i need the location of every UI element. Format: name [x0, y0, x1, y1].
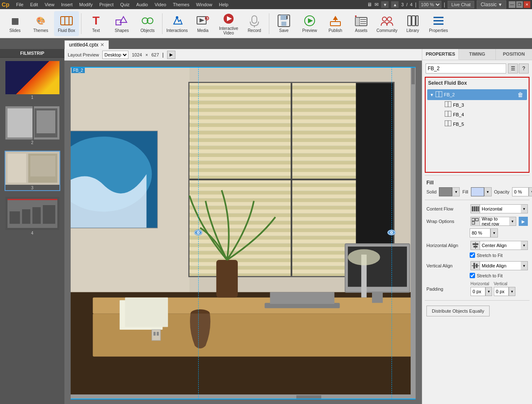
eye-icon-left[interactable]: [194, 230, 202, 235]
scroll-thumb-h[interactable]: [296, 395, 321, 399]
file-tab-active[interactable]: untitled4.cptx ✕: [64, 40, 109, 49]
toolbar-preview[interactable]: Preview: [297, 11, 322, 36]
fill-color-btn[interactable]: [471, 187, 484, 196]
filmstrip-slide-1[interactable]: 1: [5, 61, 59, 100]
layout-select[interactable]: Desktop: [102, 51, 128, 59]
menu-modify[interactable]: Modify: [76, 1, 96, 8]
menu-edit[interactable]: Edit: [27, 1, 41, 8]
fluid-box-fb5[interactable]: FB_5: [427, 119, 527, 129]
toolbar-properties[interactable]: Properties: [426, 11, 451, 36]
library-icon: [406, 14, 419, 27]
horizontal-stretch-check[interactable]: [470, 252, 475, 258]
filmstrip-slide-3[interactable]: 3: [5, 152, 59, 190]
canvas-content: FB_2: [64, 61, 422, 404]
padding-v-input[interactable]: [494, 287, 509, 296]
fluid-box-fb3[interactable]: FB_3: [427, 100, 527, 110]
horizontal-align-arrow[interactable]: ▼: [521, 241, 527, 250]
opacity-dropdown[interactable]: ▼: [529, 187, 532, 196]
scroll-thumb-v[interactable]: [411, 68, 415, 84]
svg-rect-54: [43, 205, 55, 224]
svg-rect-90: [153, 332, 155, 335]
prop-name-input[interactable]: [426, 64, 506, 73]
minimize-btn[interactable]: —: [509, 1, 515, 8]
toolbar-publish[interactable]: Publish: [323, 11, 348, 36]
menu-themes[interactable]: Themes: [170, 1, 193, 8]
file-tab-close[interactable]: ✕: [100, 42, 104, 48]
distribute-objects-btn[interactable]: Distribute Objects Equally: [426, 306, 490, 316]
padding-h-input[interactable]: [470, 287, 485, 296]
nav-down-btn[interactable]: ▼: [381, 1, 389, 8]
menu-file[interactable]: File: [13, 1, 27, 8]
fill-color-group: ▼: [471, 187, 492, 196]
svg-rect-102: [476, 206, 478, 211]
toolbar-objects[interactable]: Objects: [135, 11, 160, 36]
svg-point-7: [176, 16, 178, 19]
prop-help-btn[interactable]: ?: [519, 64, 529, 73]
vertical-align-arrow[interactable]: ▼: [521, 262, 527, 270]
wrap-play-btn[interactable]: ▶: [519, 217, 528, 226]
content-flow-arrow[interactable]: ▼: [521, 205, 527, 213]
filmstrip-slide-2[interactable]: 2: [5, 106, 59, 145]
nav-up-btn[interactable]: ▲: [391, 1, 399, 8]
svg-rect-101: [474, 206, 475, 211]
toolbar-library[interactable]: Library: [400, 11, 425, 36]
tab-position[interactable]: POSITION: [496, 49, 532, 60]
toolbar-interactions[interactable]: Interactions: [165, 11, 190, 36]
toolbar-text[interactable]: T Text: [84, 11, 108, 36]
padding-h-dd[interactable]: ▼: [485, 287, 492, 296]
classic-btn[interactable]: Classic ▼: [477, 0, 506, 9]
tab-properties[interactable]: PROPERTIES: [422, 49, 459, 60]
opacity-input[interactable]: [512, 187, 529, 196]
close-btn[interactable]: ✕: [524, 1, 530, 8]
fill-color-dropdown[interactable]: ▼: [484, 187, 492, 196]
menu-audio[interactable]: Audio: [133, 1, 151, 8]
content-flow-select[interactable]: Horizontal ▼: [470, 204, 528, 213]
solid-color-btn[interactable]: [439, 187, 452, 196]
fluid-box-fb2[interactable]: ▼ FB_2 🗑: [427, 89, 527, 100]
scroll-vertical[interactable]: [411, 67, 416, 399]
slide-thumb-3: [5, 152, 59, 185]
sfb-title: Select Fluid Box: [427, 79, 527, 87]
live-chat-btn[interactable]: Live Chat: [448, 1, 474, 8]
svg-rect-51: [10, 211, 20, 224]
prop-list-btn[interactable]: ☰: [508, 64, 518, 73]
preview-play-btn[interactable]: ▶: [167, 51, 175, 59]
canvas-top-border: [71, 67, 416, 68]
wrap-options-arrow[interactable]: ▼: [509, 217, 516, 225]
maximize-btn[interactable]: ❐: [516, 1, 523, 8]
toolbar-community[interactable]: Community: [374, 11, 399, 36]
vertical-stretch-check[interactable]: [470, 273, 475, 278]
menu-window[interactable]: Window: [193, 1, 216, 8]
menu-video[interactable]: Video: [151, 1, 170, 8]
menu-help[interactable]: Help: [216, 1, 232, 8]
toolbar-record[interactable]: Record: [242, 11, 267, 36]
vertical-align-select[interactable]: Middle Align ▼: [470, 261, 528, 270]
toolbar-assets[interactable]: Assets: [349, 11, 374, 36]
toolbar-slides[interactable]: ▦ Slides: [2, 11, 27, 36]
menu-project[interactable]: Project: [96, 1, 117, 8]
menu-view[interactable]: View: [41, 1, 58, 8]
wrap-percent-input[interactable]: [470, 228, 490, 238]
filmstrip-slide-4[interactable]: 4: [5, 197, 59, 235]
toolbar-themes[interactable]: 🎨 Themes: [28, 11, 53, 36]
eye-icon-right[interactable]: [387, 230, 396, 235]
shapes-label: Shapes: [115, 28, 129, 33]
tab-timing[interactable]: TIMING: [459, 49, 495, 60]
wrap-percent-dd[interactable]: ▼: [490, 228, 498, 238]
horizontal-align-select[interactable]: Center Align ▼: [470, 241, 528, 250]
toolbar-shapes[interactable]: Shapes: [109, 11, 134, 36]
toolbar-ivideo[interactable]: Interactive Video: [216, 11, 241, 36]
menu-insert[interactable]: Insert: [58, 1, 76, 8]
solid-color-dropdown[interactable]: ▼: [452, 187, 460, 196]
toolbar-media[interactable]: Media: [190, 11, 215, 36]
fb2-delete-btn[interactable]: 🗑: [516, 91, 525, 99]
properties-label: Properties: [429, 28, 448, 33]
padding-v-dd[interactable]: ▼: [509, 287, 515, 296]
toolbar-save[interactable]: Save: [271, 11, 296, 36]
fluid-box-fb4[interactable]: FB_4: [427, 110, 527, 119]
wrap-options-select[interactable]: Wrap to next row ▼: [470, 217, 516, 226]
zoom-select[interactable]: 100 %: [419, 1, 441, 8]
file-tabs: untitled4.cptx ✕: [0, 38, 532, 49]
toolbar-fluidbox[interactable]: Fluid Box: [54, 11, 79, 36]
menu-quiz[interactable]: Quiz: [117, 1, 133, 8]
